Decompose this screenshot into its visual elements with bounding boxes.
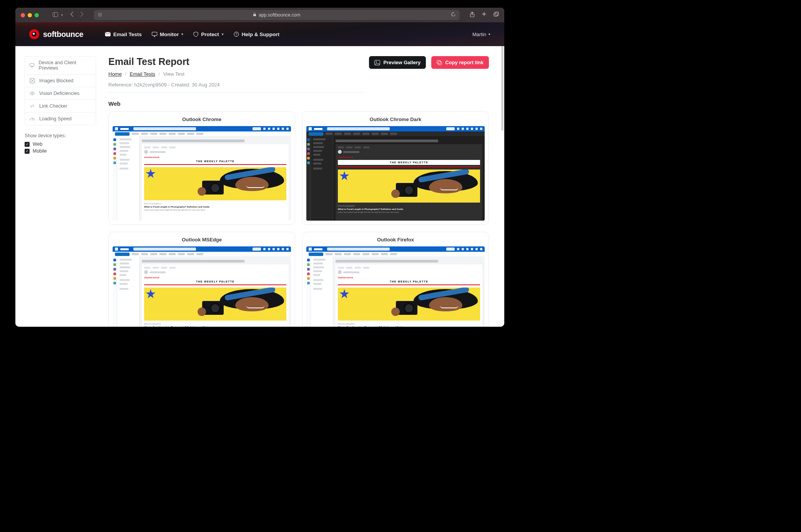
nav-help[interactable]: Help & Support [234, 32, 279, 37]
sidebar-toggle-icon[interactable] [53, 12, 58, 18]
maximize-window-button[interactable] [35, 13, 39, 17]
svg-rect-5 [494, 13, 497, 17]
image-icon [374, 60, 380, 65]
copy-icon [437, 60, 442, 65]
sidebar-item-previews[interactable]: Device and Client Previews [25, 57, 96, 75]
svg-point-15 [376, 61, 377, 62]
address-bar[interactable]: app.softbounce.com [94, 10, 460, 20]
report-sidebar: Device and Client Previews Images Blocke… [15, 46, 101, 327]
svg-point-10 [236, 35, 236, 36]
nav-email-tests[interactable]: Email Tests [105, 32, 142, 37]
shield-icon [193, 32, 198, 37]
browser-window: ▾ app.softbounce.com [15, 8, 504, 327]
sidebar-item-label: Vision Deficiencies [39, 91, 80, 96]
window-controls [21, 13, 39, 17]
gauge-icon [30, 116, 35, 121]
chevron-down-icon: ▾ [222, 32, 224, 36]
svg-rect-17 [437, 60, 440, 64]
svg-rect-16 [438, 62, 442, 65]
preview-card-title: Outlook Chrome Dark [302, 112, 489, 126]
help-icon [234, 32, 239, 37]
brand-logo[interactable]: softbounce [29, 29, 83, 39]
monitor-icon [30, 63, 35, 68]
close-window-button[interactable] [21, 13, 25, 17]
logo-mark-icon [29, 29, 39, 39]
back-button[interactable] [70, 12, 74, 18]
chevron-down-icon[interactable]: ▾ [61, 13, 63, 17]
checkbox-web[interactable]: ✓ Web [25, 141, 96, 147]
sidebar-item-label: Device and Client Previews [39, 60, 91, 71]
browser-titlebar: ▾ app.softbounce.com [15, 8, 504, 22]
checkbox-mobile[interactable]: ✓ Mobile [25, 148, 96, 154]
chevron-down-icon: ▾ [181, 32, 183, 36]
url-host: app.softbounce.com [259, 12, 300, 18]
sidebar-item-label: Images Blocked [39, 78, 73, 83]
preview-card[interactable]: Outlook MSEdge [108, 232, 295, 327]
nav-monitor[interactable]: Monitor ▾ [152, 32, 184, 37]
sidebar-item-images-blocked[interactable]: Images Blocked [25, 75, 96, 87]
preview-card[interactable]: Outlook Chrome [108, 111, 295, 225]
section-title-web: Web [108, 100, 489, 107]
app-header: softbounce Email Tests Monitor ▾ Protect… [15, 22, 504, 46]
new-tab-icon[interactable] [482, 12, 487, 18]
svg-point-13 [32, 93, 33, 94]
share-icon[interactable] [470, 12, 475, 18]
eye-icon [30, 91, 35, 96]
nav-label: Help & Support [242, 32, 279, 37]
nav-protect[interactable]: Protect ▾ [193, 32, 224, 37]
svg-rect-11 [30, 63, 34, 66]
nav-label: Protect [201, 32, 219, 37]
lock-icon [253, 12, 256, 18]
monitor-icon [152, 32, 157, 37]
breadcrumb-current: View Test [163, 71, 184, 77]
svg-rect-0 [53, 12, 58, 17]
link-icon [30, 103, 35, 109]
mail-icon [105, 32, 111, 37]
sidebar-item-link-checker[interactable]: Link Checker [25, 100, 96, 113]
sidebar-item-label: Loading Speed [39, 116, 71, 121]
divider [108, 92, 364, 93]
breadcrumb-home[interactable]: Home [108, 71, 122, 77]
chevron-down-icon: ▾ [489, 32, 490, 36]
button-label: Copy report link [445, 60, 484, 65]
forward-button[interactable] [80, 12, 84, 18]
brand-name: softbounce [43, 30, 83, 39]
preview-card[interactable]: Outlook Chrome Dark [302, 111, 489, 225]
copy-report-link-button[interactable]: Copy report link [431, 56, 489, 69]
sidebar-item-vision[interactable]: Vision Deficiencies [25, 87, 96, 100]
preview-card-title: Outlook Chrome [109, 112, 295, 126]
button-label: Preview Gallery [383, 60, 420, 65]
breadcrumb: Home / Email Tests / View Test [108, 71, 364, 77]
content-area: Device and Client Previews Images Blocke… [15, 46, 504, 327]
page-title: Email Test Report [108, 56, 364, 67]
checkbox-label: Web [33, 141, 42, 147]
svg-rect-3 [253, 14, 256, 16]
scrollbar[interactable] [501, 46, 504, 131]
tracking-shield-icon[interactable] [98, 12, 102, 18]
user-name: Martin [472, 32, 486, 37]
sidebar-item-speed[interactable]: Loading Speed [25, 113, 96, 125]
sidebar-item-label: Link Checker [39, 103, 67, 109]
preview-card-title: Outlook Firefox [302, 232, 489, 246]
image-blocked-icon [30, 78, 35, 83]
user-menu[interactable]: Martin ▾ [472, 32, 490, 37]
tabs-icon[interactable] [494, 12, 499, 18]
preview-grid: Outlook Chrome [108, 111, 489, 327]
minimize-window-button[interactable] [28, 13, 32, 17]
breadcrumb-email-tests[interactable]: Email Tests [130, 71, 155, 77]
preview-card-title: Outlook MSEdge [109, 232, 295, 246]
svg-rect-6 [495, 12, 499, 15]
report-main: Email Test Report Home / Email Tests / V… [101, 46, 504, 327]
sidebar-sections: Device and Client Previews Images Blocke… [25, 56, 96, 125]
preview-card[interactable]: Outlook Firefox [302, 232, 489, 327]
primary-nav: Email Tests Monitor ▾ Protect ▾ Help & S… [105, 32, 279, 37]
nav-label: Email Tests [113, 32, 142, 37]
checkbox-label: Mobile [33, 148, 47, 154]
nav-label: Monitor [160, 32, 179, 37]
preview-gallery-button[interactable]: Preview Gallery [369, 56, 426, 69]
report-meta: Reference: h2k2cvnp9509 - Created: 30 Au… [108, 82, 364, 88]
checkbox-icon: ✓ [25, 149, 30, 154]
device-type-filter: Show device types: ✓ Web ✓ Mobile [25, 133, 96, 154]
svg-rect-8 [152, 32, 157, 35]
reload-button[interactable] [451, 12, 456, 18]
